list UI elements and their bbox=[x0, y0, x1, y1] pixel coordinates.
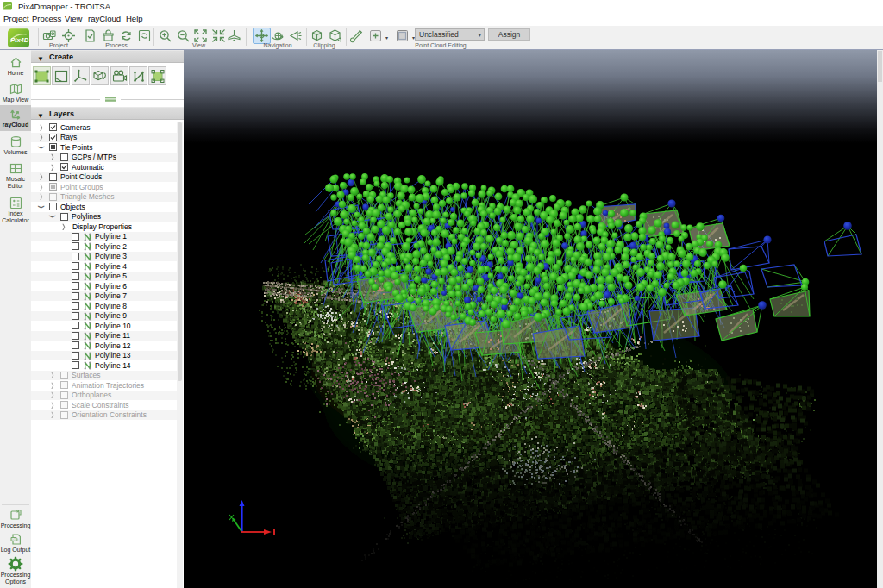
svg-text:LOG: LOG bbox=[11, 538, 18, 541]
svg-text:Pix4D: Pix4D bbox=[10, 36, 28, 44]
